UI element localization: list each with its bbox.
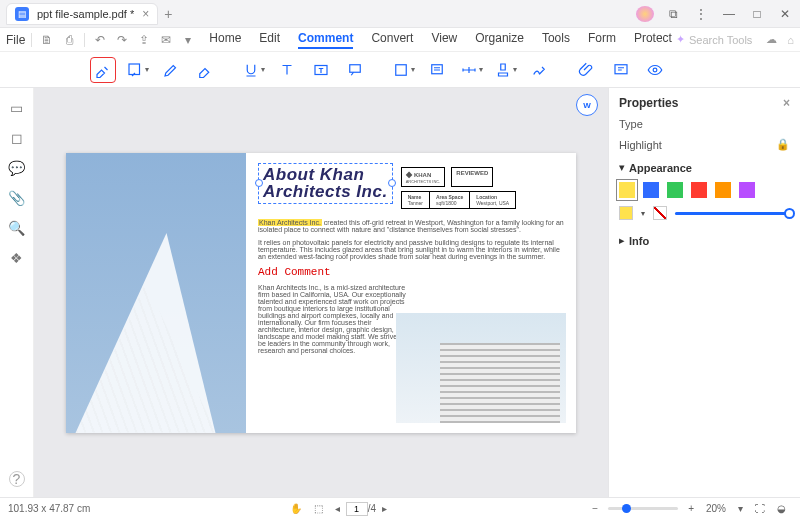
swatch-orange[interactable]: [715, 182, 731, 198]
zoom-caret-icon[interactable]: ▾: [738, 503, 743, 514]
menubar: File 🗎 ⎙ ↶ ↷ ⇪ ✉ ▾ Home Edit Comment Con…: [0, 28, 800, 52]
eraser-tool[interactable]: [192, 57, 218, 83]
hero-image: [66, 153, 246, 433]
swatch-blue[interactable]: [643, 182, 659, 198]
pdf-icon: ▤: [15, 7, 29, 21]
no-fill-icon[interactable]: [653, 206, 667, 220]
swatch-yellow[interactable]: [619, 182, 635, 198]
textbox-tool[interactable]: [308, 57, 334, 83]
hand-tool-icon[interactable]: ✋: [290, 503, 302, 514]
svg-rect-4: [432, 64, 443, 73]
attachment-tool[interactable]: [574, 57, 600, 83]
tab-home[interactable]: Home: [209, 31, 241, 49]
undo-icon[interactable]: ↶: [91, 33, 109, 47]
caret-down-icon[interactable]: ▾: [619, 161, 625, 174]
highlighter-tool[interactable]: [90, 57, 116, 83]
tab-tools[interactable]: Tools: [542, 31, 570, 49]
page-total: /4: [368, 503, 376, 514]
word-badge-icon[interactable]: W: [576, 94, 598, 116]
bookmarks-icon[interactable]: ◻: [11, 130, 23, 146]
tab-convert[interactable]: Convert: [371, 31, 413, 49]
reviewed-stamp: REVIEWED: [451, 167, 493, 187]
kebab-icon[interactable]: ⋮: [692, 7, 710, 21]
pencil-tool[interactable]: [158, 57, 184, 83]
area-highlight-tool[interactable]: ▾: [124, 57, 150, 83]
lock-icon[interactable]: 🔒: [776, 138, 790, 151]
highlighted-text[interactable]: Khan Architects Inc.: [258, 219, 322, 226]
export-icon[interactable]: ⇪: [135, 33, 153, 47]
type-label: Type: [619, 118, 643, 130]
zoom-slider[interactable]: [608, 507, 678, 510]
document-tab[interactable]: ▤ ppt file-sample.pdf * ×: [6, 3, 158, 25]
heading-line2: Architects Inc.: [263, 182, 388, 201]
callout-tool[interactable]: [342, 57, 368, 83]
file-menu[interactable]: File: [6, 33, 25, 47]
swatch-red[interactable]: [691, 182, 707, 198]
measure-tool[interactable]: ▾: [458, 57, 484, 83]
home-icon[interactable]: ⌂: [787, 34, 794, 46]
document-canvas[interactable]: W About KhanArchitects Inc. ◆ KHANARCHIT…: [34, 88, 608, 497]
tab-edit[interactable]: Edit: [259, 31, 280, 49]
attachments-icon[interactable]: 📎: [8, 190, 25, 206]
stamp-tool[interactable]: ▾: [492, 57, 518, 83]
maximize-button[interactable]: □: [748, 7, 766, 21]
search-tools[interactable]: Search Tools: [689, 34, 752, 46]
zoom-value[interactable]: 20%: [706, 503, 726, 514]
svg-rect-5: [615, 64, 627, 73]
redo-icon[interactable]: ↷: [113, 33, 131, 47]
new-tab-button[interactable]: +: [158, 6, 178, 22]
color-caret-icon[interactable]: ▾: [641, 209, 645, 218]
caret-right-icon[interactable]: ▸: [619, 234, 625, 247]
comments-panel-tool[interactable]: [608, 57, 634, 83]
close-panel-icon[interactable]: ×: [783, 96, 790, 110]
note-tool[interactable]: [424, 57, 450, 83]
fill-picker[interactable]: [619, 206, 633, 220]
expand-icon[interactable]: ⧉: [664, 7, 682, 21]
tab-comment[interactable]: Comment: [298, 31, 353, 49]
print-icon[interactable]: ⎙: [60, 33, 78, 47]
tab-protect[interactable]: Protect: [634, 31, 672, 49]
info-label: Info: [629, 235, 649, 247]
signature-tool[interactable]: [526, 57, 552, 83]
cloud-icon[interactable]: ☁: [766, 33, 777, 46]
dropdown-icon[interactable]: ▾: [179, 33, 197, 47]
prev-page-icon[interactable]: ◂: [335, 503, 340, 514]
close-tab-icon[interactable]: ×: [142, 7, 149, 21]
swatch-purple[interactable]: [739, 182, 755, 198]
next-page-icon[interactable]: ▸: [382, 503, 387, 514]
add-comment-annotation[interactable]: Add Comment: [258, 266, 564, 278]
help-icon[interactable]: ?: [9, 471, 25, 487]
tab-view[interactable]: View: [431, 31, 457, 49]
save-icon[interactable]: 🗎: [38, 33, 56, 47]
tab-form[interactable]: Form: [588, 31, 616, 49]
color-swatches: [619, 182, 790, 198]
search-icon[interactable]: 🔍: [8, 220, 25, 236]
zoom-out-icon[interactable]: −: [592, 503, 598, 514]
svg-point-6: [653, 68, 657, 72]
zoom-in-icon[interactable]: +: [688, 503, 694, 514]
mail-icon[interactable]: ✉: [157, 33, 175, 47]
thumbnails-icon[interactable]: ▭: [10, 100, 23, 116]
comments-icon[interactable]: 💬: [8, 160, 25, 176]
window-controls: ⧉ ⋮ — □ ✕: [636, 6, 794, 22]
minimize-button[interactable]: —: [720, 7, 738, 21]
select-tool-icon[interactable]: ⬚: [314, 503, 323, 514]
selected-heading[interactable]: About KhanArchitects Inc.: [258, 163, 393, 205]
page-input[interactable]: [346, 502, 368, 516]
tab-organize[interactable]: Organize: [475, 31, 524, 49]
titlebar: ▤ ppt file-sample.pdf * × + ⧉ ⋮ — □ ✕: [0, 0, 800, 28]
text-tool[interactable]: [274, 57, 300, 83]
layers-icon[interactable]: ❖: [10, 250, 23, 266]
close-window-button[interactable]: ✕: [776, 7, 794, 21]
khan-stamp: ◆ KHANARCHITECTS INC.: [401, 167, 446, 187]
read-mode-icon[interactable]: ◒: [777, 503, 786, 514]
swatch-green[interactable]: [667, 182, 683, 198]
tab-title: ppt file-sample.pdf *: [37, 8, 134, 20]
hide-comments-tool[interactable]: [642, 57, 668, 83]
assistant-orb-icon[interactable]: [636, 6, 654, 22]
sparkle-icon[interactable]: ✦: [676, 33, 685, 46]
opacity-slider[interactable]: [675, 212, 790, 215]
shape-tool[interactable]: ▾: [390, 57, 416, 83]
underline-tool[interactable]: ▾: [240, 57, 266, 83]
fit-page-icon[interactable]: ⛶: [755, 503, 765, 514]
